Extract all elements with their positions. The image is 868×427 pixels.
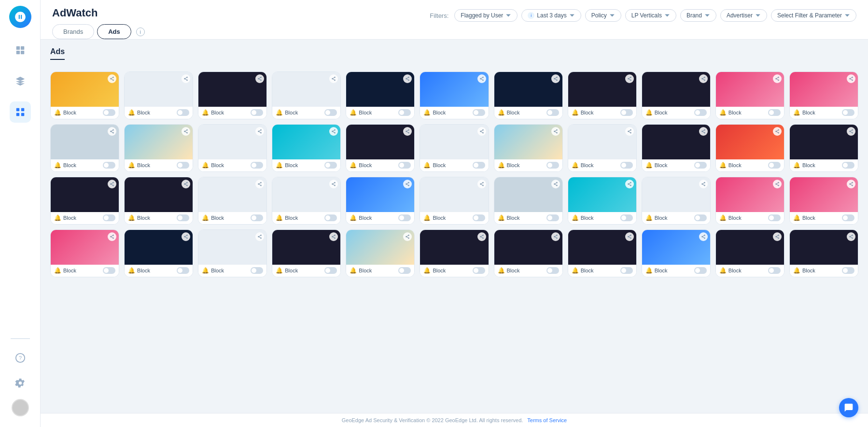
ad-toggle-14[interactable] bbox=[251, 162, 263, 169]
ad-share-icon-17[interactable] bbox=[477, 127, 486, 136]
ad-toggle-24[interactable] bbox=[177, 214, 189, 221]
ad-toggle-12[interactable] bbox=[103, 162, 115, 169]
chat-button[interactable] bbox=[839, 398, 858, 417]
tab-brands[interactable]: Brands bbox=[52, 24, 94, 39]
ad-share-icon-1[interactable] bbox=[108, 74, 116, 83]
ad-image-5[interactable] bbox=[346, 72, 414, 107]
ad-toggle-13[interactable] bbox=[177, 162, 189, 169]
ad-image-15[interactable] bbox=[272, 125, 340, 159]
ad-toggle-34[interactable] bbox=[103, 267, 115, 274]
ad-image-34[interactable] bbox=[51, 230, 119, 265]
ad-image-32[interactable] bbox=[716, 177, 784, 212]
ad-share-icon-23[interactable] bbox=[108, 180, 116, 188]
ad-toggle-42[interactable] bbox=[694, 267, 707, 274]
ad-image-41[interactable] bbox=[568, 230, 636, 265]
ad-toggle-27[interactable] bbox=[398, 214, 411, 221]
ad-share-icon-33[interactable] bbox=[847, 180, 855, 188]
ad-image-2[interactable] bbox=[125, 72, 193, 107]
ad-toggle-1[interactable] bbox=[103, 109, 115, 116]
ad-toggle-40[interactable] bbox=[546, 267, 559, 274]
filter-policy[interactable]: Policy bbox=[585, 9, 621, 22]
ad-share-icon-32[interactable] bbox=[773, 180, 782, 188]
ad-image-23[interactable] bbox=[51, 177, 119, 212]
ad-toggle-22[interactable] bbox=[842, 162, 854, 169]
ad-share-icon-11[interactable] bbox=[847, 74, 855, 83]
ad-image-3[interactable] bbox=[198, 72, 266, 107]
ad-share-icon-30[interactable] bbox=[625, 180, 634, 188]
ad-toggle-44[interactable] bbox=[842, 267, 854, 274]
ad-share-icon-19[interactable] bbox=[625, 127, 634, 136]
ad-toggle-23[interactable] bbox=[103, 214, 115, 221]
ad-image-35[interactable] bbox=[125, 230, 193, 265]
ad-image-14[interactable] bbox=[198, 125, 266, 159]
ad-share-icon-7[interactable] bbox=[551, 74, 560, 83]
ad-image-40[interactable] bbox=[494, 230, 562, 265]
ad-toggle-33[interactable] bbox=[842, 214, 854, 221]
ad-toggle-26[interactable] bbox=[324, 214, 337, 221]
ad-toggle-6[interactable] bbox=[473, 109, 485, 116]
sidebar-item-settings[interactable] bbox=[11, 374, 29, 392]
filter-brand[interactable]: Brand bbox=[680, 9, 716, 22]
ad-image-4[interactable] bbox=[272, 72, 340, 107]
sidebar-item-help[interactable]: ? bbox=[11, 349, 29, 367]
ad-image-28[interactable] bbox=[420, 177, 488, 212]
tab-info-icon[interactable]: i bbox=[136, 28, 145, 36]
ad-share-icon-43[interactable] bbox=[773, 232, 782, 241]
sidebar-item-alerts[interactable] bbox=[10, 71, 31, 92]
ad-image-9[interactable] bbox=[642, 72, 710, 107]
ad-image-10[interactable] bbox=[716, 72, 784, 107]
ad-image-16[interactable] bbox=[346, 125, 414, 159]
ad-image-18[interactable] bbox=[494, 125, 562, 159]
ad-share-icon-31[interactable] bbox=[699, 180, 708, 188]
ad-toggle-25[interactable] bbox=[251, 214, 263, 221]
filter-lp-verticals[interactable]: LP Verticals bbox=[625, 9, 676, 22]
ad-toggle-19[interactable] bbox=[620, 162, 633, 169]
ad-image-38[interactable] bbox=[346, 230, 414, 265]
ad-image-25[interactable] bbox=[198, 177, 266, 212]
sidebar-item-dashboard[interactable] bbox=[10, 40, 31, 61]
ad-image-36[interactable] bbox=[198, 230, 266, 265]
ad-image-17[interactable] bbox=[420, 125, 488, 159]
filter-days[interactable]: i Last 3 days bbox=[521, 9, 581, 22]
ad-toggle-37[interactable] bbox=[324, 267, 337, 274]
ad-image-39[interactable] bbox=[420, 230, 488, 265]
ad-image-29[interactable] bbox=[494, 177, 562, 212]
ad-image-43[interactable] bbox=[716, 230, 784, 265]
ad-image-11[interactable] bbox=[790, 72, 858, 107]
filter-select-parameter[interactable]: Select Filter & Parameter bbox=[771, 9, 856, 22]
ad-toggle-10[interactable] bbox=[768, 109, 781, 116]
ad-image-21[interactable] bbox=[716, 125, 784, 159]
ad-share-icon-39[interactable] bbox=[477, 232, 486, 241]
ad-toggle-31[interactable] bbox=[694, 214, 707, 221]
ad-image-37[interactable] bbox=[272, 230, 340, 265]
ad-toggle-32[interactable] bbox=[768, 214, 781, 221]
ad-toggle-21[interactable] bbox=[768, 162, 781, 169]
ad-toggle-29[interactable] bbox=[546, 214, 559, 221]
ad-image-42[interactable] bbox=[642, 230, 710, 265]
ad-toggle-18[interactable] bbox=[546, 162, 559, 169]
ad-image-6[interactable] bbox=[420, 72, 488, 107]
ad-share-icon-12[interactable] bbox=[108, 127, 116, 136]
tab-ads[interactable]: Ads bbox=[97, 24, 131, 39]
ad-share-icon-29[interactable] bbox=[551, 180, 560, 188]
filter-advertiser[interactable]: Advertiser bbox=[720, 9, 767, 22]
ad-share-icon-22[interactable] bbox=[847, 127, 855, 136]
ad-share-icon-8[interactable] bbox=[625, 74, 634, 83]
sidebar-item-grid[interactable] bbox=[10, 101, 31, 123]
ad-toggle-5[interactable] bbox=[398, 109, 411, 116]
ad-image-30[interactable] bbox=[568, 177, 636, 212]
ad-toggle-4[interactable] bbox=[324, 109, 337, 116]
ad-toggle-39[interactable] bbox=[473, 267, 485, 274]
ad-share-icon-6[interactable] bbox=[477, 74, 486, 83]
user-avatar[interactable] bbox=[12, 399, 29, 416]
ad-toggle-38[interactable] bbox=[398, 267, 411, 274]
terms-of-service-link[interactable]: Terms of Service bbox=[527, 417, 567, 423]
ad-toggle-43[interactable] bbox=[768, 267, 781, 274]
ad-image-27[interactable] bbox=[346, 177, 414, 212]
filter-flagged[interactable]: Flagged by User bbox=[454, 9, 518, 22]
ad-image-13[interactable] bbox=[125, 125, 193, 159]
ad-toggle-30[interactable] bbox=[620, 214, 633, 221]
ad-share-icon-44[interactable] bbox=[847, 232, 855, 241]
ad-toggle-3[interactable] bbox=[251, 109, 263, 116]
ad-toggle-28[interactable] bbox=[473, 214, 485, 221]
